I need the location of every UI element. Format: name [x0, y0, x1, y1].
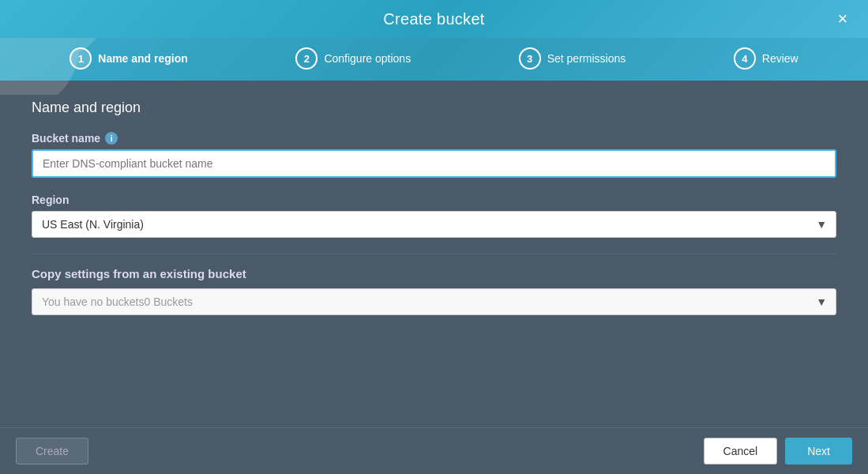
- modal-title: Create bucket: [383, 10, 484, 28]
- modal-footer: Create Cancel Next: [0, 427, 868, 474]
- step-2[interactable]: 2 Configure options: [295, 47, 411, 70]
- section-title: Name and region: [32, 100, 836, 116]
- next-button[interactable]: Next: [785, 438, 852, 465]
- region-group: Region US East (N. Virginia) US West (N.…: [32, 194, 836, 238]
- step-3-label: Set permissions: [547, 52, 626, 65]
- step-1-label: Name and region: [98, 52, 188, 65]
- bucket-name-group: Bucket name i: [32, 132, 836, 178]
- bucket-name-label: Bucket name i: [32, 132, 836, 145]
- create-button[interactable]: Create: [16, 438, 88, 465]
- copy-settings-select-wrapper: You have no buckets0 Buckets ▼: [32, 288, 836, 315]
- step-3-circle: 3: [519, 47, 541, 70]
- step-1[interactable]: 1 Name and region: [70, 47, 188, 70]
- section-divider: [32, 254, 836, 254]
- bucket-name-input[interactable]: [32, 149, 836, 178]
- create-bucket-modal: Create bucket × 1 Name and region 2 Conf…: [0, 0, 868, 474]
- footer-right-actions: Cancel Next: [704, 438, 852, 465]
- cancel-button[interactable]: Cancel: [704, 438, 778, 465]
- step-1-circle: 1: [70, 47, 92, 70]
- copy-settings-group: Copy settings from an existing bucket Yo…: [32, 267, 836, 315]
- steps-bar: 1 Name and region 2 Configure options 3 …: [0, 38, 868, 81]
- bucket-name-info-icon[interactable]: i: [105, 132, 118, 145]
- region-select-wrapper: US East (N. Virginia) US West (N. Califo…: [32, 211, 836, 238]
- step-4[interactable]: 4 Review: [734, 47, 798, 70]
- copy-settings-label: Copy settings from an existing bucket: [32, 267, 836, 280]
- region-select[interactable]: US East (N. Virginia) US West (N. Califo…: [32, 211, 836, 238]
- step-4-label: Review: [762, 52, 798, 65]
- close-button[interactable]: ×: [830, 6, 855, 32]
- step-3[interactable]: 3 Set permissions: [519, 47, 626, 70]
- step-2-label: Configure options: [324, 52, 411, 65]
- copy-settings-select[interactable]: You have no buckets0 Buckets: [32, 288, 836, 315]
- region-label: Region: [32, 194, 836, 206]
- modal-body: Name and region Bucket name i Region US …: [0, 81, 868, 427]
- step-4-circle: 4: [734, 47, 756, 70]
- modal-header: Create bucket ×: [0, 0, 868, 38]
- step-2-circle: 2: [295, 47, 318, 70]
